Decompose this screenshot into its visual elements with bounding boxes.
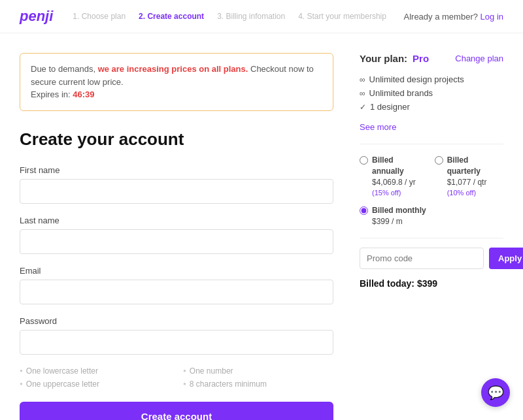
- header: penji 1. Choose plan 2. Create account 3…: [0, 0, 523, 33]
- billing-annually[interactable]: Billed annually $4,069.8 / yr (15% off): [360, 155, 427, 199]
- billed-today-amount: $399: [417, 278, 437, 289]
- first-name-group: First name: [20, 165, 333, 204]
- password-input[interactable]: [20, 330, 333, 355]
- alert-text-before: Due to demands,: [31, 64, 98, 74]
- email-group: Email: [20, 266, 333, 304]
- divider-1: [360, 144, 503, 144]
- plan-name: Pro: [413, 53, 429, 64]
- steps-nav: 1. Choose plan 2. Create account 3. Bill…: [73, 12, 403, 21]
- step-3: 3. Billing infomation: [217, 12, 285, 21]
- billing-quarterly-price: $1,077 / qtr: [447, 178, 487, 187]
- billing-monthly-price: $399 / m: [372, 217, 403, 226]
- alert-box: Due to demands, we are increasing prices…: [20, 53, 333, 111]
- hint-uppercase: One uppercase letter: [20, 380, 170, 389]
- chat-button[interactable]: 💬: [481, 378, 510, 407]
- billed-today-label: Billed today:: [360, 278, 417, 289]
- create-account-button[interactable]: Create account: [20, 402, 333, 421]
- step-1: 1. Choose plan: [73, 12, 126, 21]
- billing-annually-discount: (15% off): [372, 189, 401, 197]
- email-label: Email: [20, 266, 333, 276]
- billing-annually-label: Billed annually: [372, 155, 427, 177]
- billing-row-top: Billed annually $4,069.8 / yr (15% off) …: [360, 155, 503, 199]
- promo-row: Apply: [360, 248, 503, 269]
- billing-monthly-label: Billed monthly: [372, 205, 426, 216]
- feature-2: ∞ Unlimited brands: [360, 88, 503, 98]
- billing-quarterly[interactable]: Billed quarterly $1,077 / qtr (10% off): [435, 155, 503, 199]
- email-input[interactable]: [20, 280, 333, 304]
- divider-2: [360, 238, 503, 238]
- billing-quarterly-label: Billed quarterly: [447, 155, 503, 177]
- feature-2-text: Unlimited brands: [369, 88, 433, 98]
- login-link[interactable]: Log in: [481, 12, 503, 22]
- alert-timer: 46:39: [73, 89, 94, 99]
- billing-quarterly-radio[interactable]: [435, 156, 443, 165]
- your-plan-label: Your plan:: [360, 53, 407, 64]
- last-name-group: Last name: [20, 216, 333, 254]
- plan-section: Your plan: Pro Change plan ∞ Unlimited d…: [360, 53, 503, 420]
- main-content: Due to demands, we are increasing prices…: [0, 33, 523, 420]
- feature-3-text: 1 designer: [370, 102, 410, 112]
- promo-code-input[interactable]: [360, 248, 484, 269]
- alert-highlight: we are increasing prices on all plans.: [98, 64, 248, 74]
- first-name-input[interactable]: [20, 179, 333, 204]
- feature-1-icon: ∞: [360, 75, 365, 84]
- password-group: Password: [20, 316, 333, 355]
- step-2: 2. Create account: [139, 12, 204, 21]
- see-more-link[interactable]: See more: [360, 122, 503, 132]
- billing-annually-price: $4,069.8 / yr: [372, 178, 416, 187]
- billing-options: Billed annually $4,069.8 / yr (15% off) …: [360, 155, 503, 227]
- change-plan-link[interactable]: Change plan: [455, 54, 503, 63]
- feature-1: ∞ Unlimited design projects: [360, 74, 503, 84]
- feature-3: ✓ 1 designer: [360, 102, 503, 112]
- first-name-label: First name: [20, 165, 333, 175]
- billing-monthly[interactable]: Billed monthly $399 / m: [360, 205, 503, 227]
- apply-button[interactable]: Apply: [489, 248, 523, 269]
- form-section: Due to demands, we are increasing prices…: [20, 53, 333, 420]
- last-name-label: Last name: [20, 216, 333, 225]
- plan-header: Your plan: Pro Change plan: [360, 53, 503, 64]
- last-name-input[interactable]: [20, 229, 333, 254]
- hint-number: One number: [183, 366, 333, 376]
- logo: penji: [20, 8, 53, 25]
- alert-expires-label: Expires in:: [31, 89, 73, 99]
- step-4: 4. Start your membership: [298, 12, 386, 21]
- billed-today: Billed today: $399: [360, 278, 503, 289]
- plan-features: ∞ Unlimited design projects ∞ Unlimited …: [360, 74, 503, 112]
- hint-min-chars: 8 characters minimum: [183, 380, 333, 389]
- billing-annually-radio[interactable]: [360, 156, 368, 165]
- feature-1-text: Unlimited design projects: [369, 74, 464, 84]
- password-label: Password: [20, 316, 333, 326]
- billing-quarterly-discount: (10% off): [447, 189, 476, 197]
- already-member: Already a member? Log in: [404, 12, 504, 22]
- feature-2-icon: ∞: [360, 89, 365, 98]
- password-hints: One lowercase letter One number One uppe…: [20, 366, 333, 389]
- form-title: Create your account: [20, 129, 333, 150]
- hint-lowercase: One lowercase letter: [20, 366, 170, 376]
- billing-monthly-radio[interactable]: [360, 206, 368, 215]
- feature-3-icon: ✓: [360, 103, 366, 112]
